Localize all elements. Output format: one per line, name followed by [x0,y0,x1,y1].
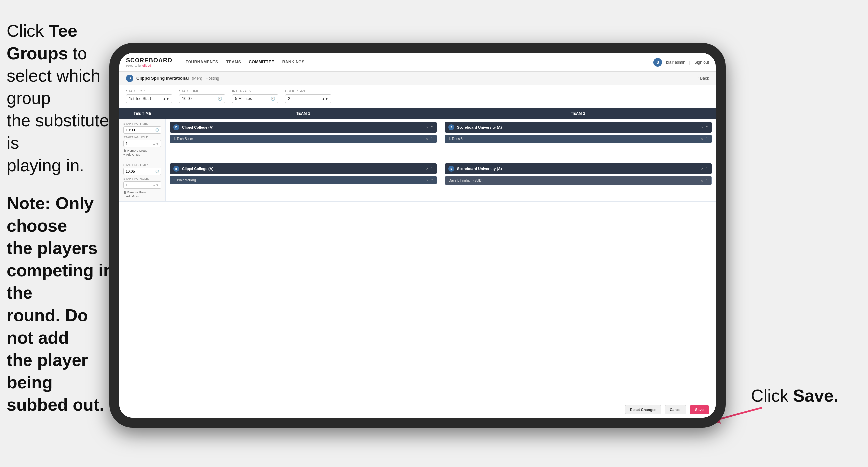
starting-time-input-1[interactable]: 10:00 🕙 [123,126,161,134]
team2-x-1[interactable]: × [701,125,703,129]
tee-group-row-1: STARTING TIME: 10:00 🕙 STARTING HOLE: 1 … [119,119,716,160]
remove-group-btn-1[interactable]: 🗑 Remove Group [123,149,161,152]
team2-x-2[interactable]: × [701,167,703,171]
team1-col-2: B Clippd College (A) × ⌃ 2. Blair McHarg [166,160,441,201]
player2-x-1[interactable]: × [701,137,703,141]
nav-rankings[interactable]: RANKINGS [282,58,305,66]
intervals-input[interactable]: 5 Minutes 🕙 [232,94,278,103]
start-type-stepper[interactable]: ▲▼ [163,97,169,101]
tee-time-col-1: STARTING TIME: 10:00 🕙 STARTING HOLE: 1 … [119,119,166,160]
player1-actions-2: × ⌃ [426,178,433,182]
starting-time-label-2: STARTING TIME: [123,164,161,167]
player2-x-sub[interactable]: × [701,179,703,183]
nav-links: TOURNAMENTS TEAMS COMMITTEE RANKINGS [186,58,643,66]
starting-hole-input-2[interactable]: 1 ▲▼ [123,181,161,188]
team2-badge-2: S [448,166,454,172]
start-type-value: 1st Tee Start [129,96,151,101]
player2-stepper-1[interactable]: ⌃ [705,137,708,141]
annotation-note-bold1: Note: Only choosethe playerscompeting in… [7,194,114,414]
group-size-stepper[interactable]: ▲▼ [322,97,328,101]
starting-hole-input-1[interactable]: 1 ▲▼ [123,140,161,147]
team2-card-inner-1: S Scoreboard University (A) [448,124,502,130]
team1-x-2[interactable]: × [426,167,428,171]
tee-table-header: Tee Time Team 1 Team 2 [119,108,716,119]
player2-card-1[interactable]: 1. Rees Britt × ⌃ [445,135,712,143]
team2-card-inner-2: S Scoreboard University (A) [448,166,502,172]
team1-actions-1: × ⌃ [426,125,433,129]
add-group-btn-2[interactable]: + Add Group [123,195,161,198]
team-cols-1: B Clippd College (A) × ⌃ 1. Rich Butler [166,119,716,160]
starting-time-input-2[interactable]: 10:05 🕙 [123,168,161,175]
intervals-label: Intervals [232,89,278,93]
nav-committee[interactable]: COMMITTEE [249,58,274,66]
cancel-button[interactable]: Cancel [664,405,686,414]
team2-actions-1: × ⌃ [701,125,708,129]
team2-stepper-1[interactable]: ⌃ [705,125,708,129]
settings-row: Start Type 1st Tee Start ▲▼ Start Time 1… [119,85,716,108]
team2-card-1[interactable]: S Scoreboard University (A) × ⌃ [445,122,712,133]
start-type-input[interactable]: 1st Tee Start ▲▼ [126,94,172,103]
group-size-input[interactable]: 2 ▲▼ [285,94,331,103]
user-avatar: B [653,58,662,67]
team1-card-inner-2: B Clippd College (A) [173,166,213,172]
back-link[interactable]: ‹ Back [698,76,709,81]
player1-stepper-2[interactable]: ⌃ [430,178,433,182]
save-button[interactable]: Save [690,405,709,414]
team1-card-2[interactable]: B Clippd College (A) × ⌃ [170,164,437,174]
team1-x-1[interactable]: × [426,125,428,129]
team1-badge-1: B [173,124,179,130]
player2-card-sub[interactable]: Dave Billingham (SUB) × ⌃ [445,176,712,185]
team2-stepper-2[interactable]: ⌃ [705,167,708,171]
col-team1: Team 1 [166,108,441,119]
add-group-btn-1[interactable]: + Add Group [123,153,161,156]
time-clock-1: 🕙 [155,128,159,132]
sign-out-link[interactable]: Sign out [694,60,709,65]
starting-hole-value-2: 1 [126,183,128,187]
team1-col-1: B Clippd College (A) × ⌃ 1. Rich Butler [166,119,441,160]
player2-name-sub: Dave Billingham (SUB) [448,179,483,182]
tablet: SCOREBOARD Powered by clippd TOURNAMENTS… [109,43,725,428]
start-type-label: Start Type [126,89,172,93]
annotation-top-text2: toselect which groupthe substitute ispla… [7,44,109,175]
team1-card-1[interactable]: B Clippd College (A) × ⌃ [170,122,437,133]
team2-badge-1: S [448,124,454,130]
annotation-save-bold: Save. [793,386,838,405]
starting-hole-value-1: 1 [126,142,128,146]
user-name: blair admin [666,60,685,65]
tee-time-col-2: STARTING TIME: 10:05 🕙 STARTING HOLE: 1 … [119,160,166,201]
team-cols-2: B Clippd College (A) × ⌃ 2. Blair McHarg [166,160,716,201]
player1-stepper-1[interactable]: ⌃ [430,137,433,141]
hole-stepper-2[interactable]: ▲▼ [152,183,159,187]
team1-actions-2: × ⌃ [426,167,433,171]
player1-x-2[interactable]: × [426,178,428,182]
tablet-screen: SCOREBOARD Powered by clippd TOURNAMENTS… [119,53,716,418]
time-clock-2: 🕙 [155,170,159,173]
reset-changes-button[interactable]: Reset Changes [625,405,661,414]
player1-x-1[interactable]: × [426,137,428,141]
team1-badge-2: B [173,166,179,172]
team1-stepper-2[interactable]: ⌃ [430,167,433,171]
annotation-top: Click Tee Groups toselect which groupthe… [7,20,113,177]
player1-card-1[interactable]: 1. Rich Butler × ⌃ [170,135,437,143]
nav-tournaments[interactable]: TOURNAMENTS [186,58,218,66]
team2-col-1: S Scoreboard University (A) × ⌃ 1. Rees … [441,119,716,160]
hole-stepper-1[interactable]: ▲▼ [152,142,159,146]
team1-stepper-1[interactable]: ⌃ [430,125,433,129]
intervals-group: Intervals 5 Minutes 🕙 [232,89,278,103]
plus-icon-2: + [123,195,125,198]
player1-name-1: 1. Rich Butler [173,137,193,141]
sub-header: B Clippd Spring Invitational (Men) Hosti… [119,71,716,85]
team1-name-2: Clippd College (A) [182,167,213,171]
player2-stepper-sub[interactable]: ⌃ [705,178,708,183]
player1-actions-1: × ⌃ [426,137,433,141]
team2-card-2[interactable]: S Scoreboard University (A) × ⌃ [445,164,712,174]
nav-teams[interactable]: TEAMS [226,58,241,66]
player2-actions-sub: × ⌃ [701,178,708,183]
pipe: | [689,60,690,65]
tee-group-row-2: STARTING TIME: 10:05 🕙 STARTING HOLE: 1 … [119,160,716,202]
starting-time-value-1: 10:00 [126,128,135,132]
gender-label: (Men) [192,76,202,81]
player1-card-2[interactable]: 2. Blair McHarg × ⌃ [170,176,437,184]
remove-group-btn-2[interactable]: 🗑 Remove Group [123,191,161,194]
start-time-input[interactable]: 10:00 🕙 [179,94,225,103]
